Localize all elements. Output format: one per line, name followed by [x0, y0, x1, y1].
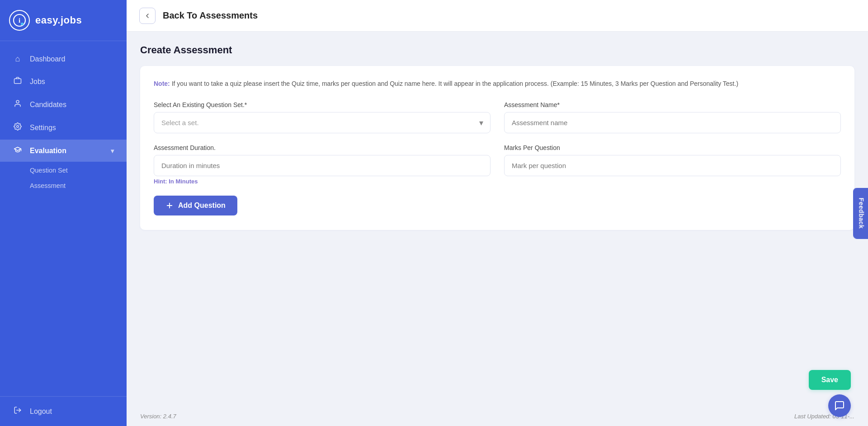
form-card: Note: If you want to take a quiz please … [140, 66, 854, 230]
sidebar-item-logout[interactable]: Logout [0, 400, 127, 422]
evaluation-icon [13, 145, 23, 156]
svg-rect-3 [14, 79, 21, 84]
assessment-name-label: Assessment Name* [504, 101, 841, 108]
hint-text: Hint: In Minutes [154, 178, 491, 185]
question-set-group: Select An Existing Question Set.* Select… [154, 101, 491, 133]
assessment-name-group: Assessment Name* [504, 101, 841, 133]
top-bar: Back To Assessments [127, 0, 868, 32]
sidebar-item-evaluation[interactable]: Evaluation ▾ [0, 140, 127, 162]
sidebar: i easy.jobs ⌂ Dashboard Jobs Cand [0, 0, 127, 426]
chevron-down-icon: ▾ [111, 147, 114, 154]
content-area: Create Assessment Note: If you want to t… [127, 32, 868, 407]
sidebar-item-assessment[interactable]: Assessment [0, 178, 127, 193]
assessment-name-input[interactable] [504, 112, 841, 133]
svg-point-2 [21, 23, 24, 25]
feedback-tab[interactable]: Feedback [854, 187, 868, 239]
marks-label: Marks Per Question [504, 144, 841, 151]
page-header-title: Back To Assessments [163, 10, 258, 21]
sidebar-item-label: Candidates [30, 101, 66, 109]
logout-icon [13, 406, 23, 417]
evaluation-submenu: Question Set Assessment [0, 163, 127, 193]
sidebar-navigation: ⌂ Dashboard Jobs Candidates [0, 45, 127, 396]
logo-icon: i [9, 10, 30, 31]
note-text: Note: If you want to take a quiz please … [154, 79, 841, 89]
sidebar-item-jobs[interactable]: Jobs [0, 70, 127, 93]
sidebar-bottom: Logout [0, 396, 127, 426]
sidebar-item-label: Jobs [30, 78, 45, 86]
duration-input[interactable] [154, 155, 491, 176]
duration-label: Assessment Duration. [154, 144, 491, 151]
marks-group: Marks Per Question [504, 144, 841, 185]
sidebar-item-label: Settings [30, 124, 56, 132]
sidebar-item-settings[interactable]: Settings [0, 117, 127, 139]
sidebar-item-dashboard[interactable]: ⌂ Dashboard [0, 48, 127, 70]
marks-input[interactable] [504, 155, 841, 176]
duration-group: Assessment Duration. Hint: In Minutes [154, 144, 491, 185]
save-button[interactable]: Save [809, 370, 851, 390]
main-content: Back To Assessments Create Assessment No… [127, 0, 868, 426]
version-text: Version: 2.4.7 [140, 413, 176, 420]
back-button[interactable] [139, 8, 156, 24]
question-set-label: Select An Existing Question Set.* [154, 101, 491, 108]
settings-icon [13, 122, 23, 133]
add-question-label: Add Question [178, 201, 226, 210]
form-row-2: Assessment Duration. Hint: In Minutes Ma… [154, 144, 841, 185]
sidebar-item-label: Dashboard [30, 55, 65, 63]
svg-point-4 [16, 100, 19, 103]
candidates-icon [13, 99, 23, 110]
svg-point-5 [17, 126, 19, 128]
sidebar-item-label: Logout [30, 407, 52, 416]
note-label: Note: [154, 80, 170, 87]
question-set-select-wrapper: Select a set. [154, 112, 491, 133]
dashboard-icon: ⌂ [13, 54, 23, 64]
jobs-icon [13, 76, 23, 87]
logo-area: i easy.jobs [0, 0, 127, 41]
svg-text:i: i [19, 17, 20, 24]
logo-text: easy.jobs [35, 14, 82, 26]
chat-button[interactable] [828, 394, 851, 417]
sidebar-item-label: Evaluation [30, 147, 66, 155]
bottom-bar: Version: 2.4.7 Last Updated: 03-11-... [127, 407, 868, 426]
form-row-1: Select An Existing Question Set.* Select… [154, 101, 841, 133]
question-set-select[interactable]: Select a set. [154, 112, 491, 133]
sidebar-item-candidates[interactable]: Candidates [0, 94, 127, 116]
sidebar-item-question-set[interactable]: Question Set [0, 163, 127, 178]
add-question-button[interactable]: Add Question [154, 196, 237, 215]
page-title: Create Assessment [140, 44, 854, 56]
